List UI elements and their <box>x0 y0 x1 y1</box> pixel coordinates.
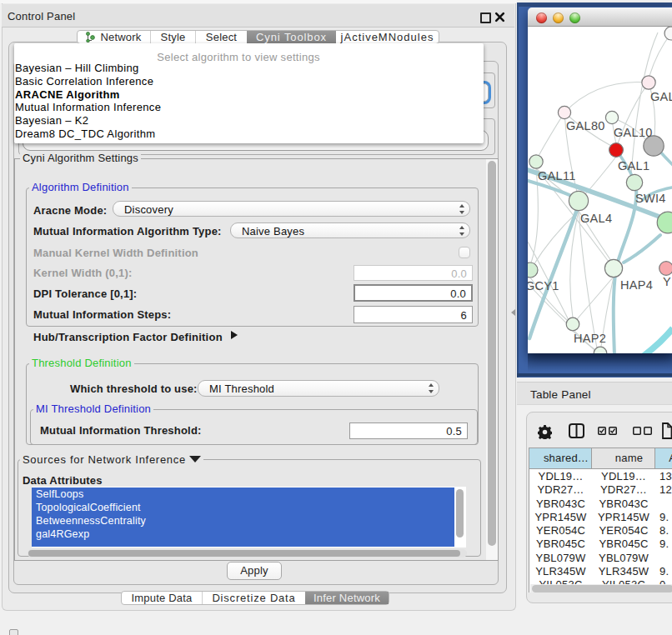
svg-text:GCY1: GCY1 <box>528 279 559 292</box>
svg-text:GAL80: GAL80 <box>566 119 605 132</box>
svg-text:SWI4: SWI4 <box>635 192 666 205</box>
svg-text:GAL: GAL <box>650 90 672 103</box>
svg-text:GAL1: GAL1 <box>618 159 649 172</box>
svg-text:HAP2: HAP2 <box>574 332 606 345</box>
svg-text:HAP4: HAP4 <box>620 278 653 292</box>
svg-text:GAL10: GAL10 <box>614 126 653 139</box>
svg-text:GAL11: GAL11 <box>538 169 576 182</box>
svg-text:Y: Y <box>663 275 671 288</box>
svg-text:GAL4: GAL4 <box>580 212 612 225</box>
